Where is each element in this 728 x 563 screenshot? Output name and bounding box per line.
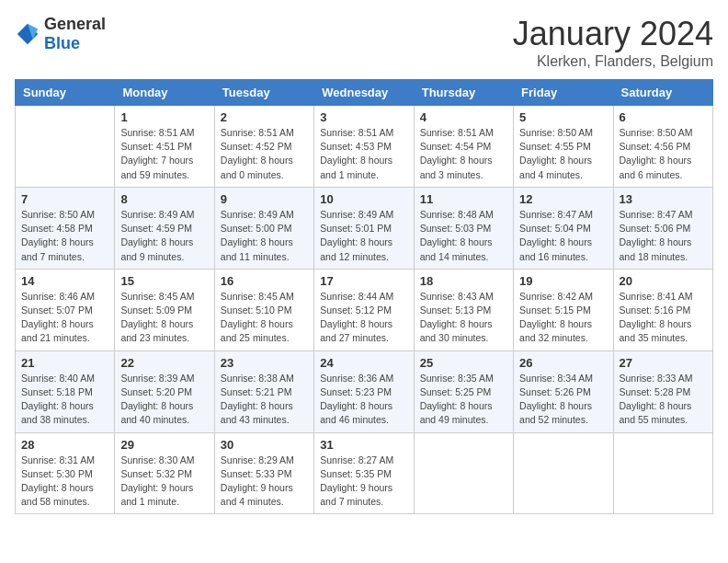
day-info: Sunrise: 8:33 AMSunset: 5:28 PMDaylight:… bbox=[620, 372, 707, 428]
calendar-cell bbox=[16, 106, 115, 188]
weekday-header: Wednesday bbox=[314, 80, 414, 106]
day-info: Sunrise: 8:46 AMSunset: 5:07 PMDaylight:… bbox=[21, 290, 108, 346]
title-block: January 2024 Klerken, Flanders, Belgium bbox=[513, 15, 713, 70]
calendar-week-row: 14Sunrise: 8:46 AMSunset: 5:07 PMDayligh… bbox=[16, 269, 713, 350]
calendar-header-row: SundayMondayTuesdayWednesdayThursdayFrid… bbox=[16, 80, 713, 106]
calendar-cell: 15Sunrise: 8:45 AMSunset: 5:09 PMDayligh… bbox=[115, 269, 214, 350]
day-info: Sunrise: 8:49 AMSunset: 5:01 PMDaylight:… bbox=[320, 208, 407, 264]
calendar-cell: 1Sunrise: 8:51 AMSunset: 4:51 PMDaylight… bbox=[115, 106, 214, 188]
day-number: 12 bbox=[519, 192, 607, 206]
day-info: Sunrise: 8:48 AMSunset: 5:03 PMDaylight:… bbox=[420, 208, 507, 264]
calendar-cell: 7Sunrise: 8:50 AMSunset: 4:58 PMDaylight… bbox=[16, 187, 115, 269]
day-info: Sunrise: 8:38 AMSunset: 5:21 PMDaylight:… bbox=[221, 372, 308, 428]
day-number: 27 bbox=[620, 356, 707, 370]
day-info: Sunrise: 8:47 AMSunset: 5:06 PMDaylight:… bbox=[620, 208, 707, 264]
day-info: Sunrise: 8:39 AMSunset: 5:20 PMDaylight:… bbox=[120, 372, 208, 428]
calendar-cell: 4Sunrise: 8:51 AMSunset: 4:54 PMDaylight… bbox=[414, 106, 513, 188]
calendar-cell: 12Sunrise: 8:47 AMSunset: 5:04 PMDayligh… bbox=[514, 187, 613, 269]
day-info: Sunrise: 8:35 AMSunset: 5:25 PMDaylight:… bbox=[420, 372, 507, 428]
day-number: 1 bbox=[120, 110, 208, 124]
day-number: 15 bbox=[120, 274, 208, 288]
calendar-cell: 25Sunrise: 8:35 AMSunset: 5:25 PMDayligh… bbox=[414, 350, 513, 432]
logo-icon bbox=[15, 21, 40, 47]
calendar-cell: 14Sunrise: 8:46 AMSunset: 5:07 PMDayligh… bbox=[16, 269, 115, 350]
day-info: Sunrise: 8:49 AMSunset: 4:59 PMDaylight:… bbox=[120, 208, 208, 264]
day-number: 20 bbox=[620, 274, 707, 288]
day-number: 30 bbox=[221, 438, 308, 452]
day-info: Sunrise: 8:45 AMSunset: 5:09 PMDaylight:… bbox=[120, 290, 208, 346]
calendar-cell: 19Sunrise: 8:42 AMSunset: 5:15 PMDayligh… bbox=[514, 269, 613, 350]
weekday-header: Sunday bbox=[16, 80, 115, 106]
day-number: 16 bbox=[221, 274, 308, 288]
calendar-cell: 30Sunrise: 8:29 AMSunset: 5:33 PMDayligh… bbox=[214, 432, 313, 514]
logo-text: General Blue bbox=[44, 15, 106, 53]
calendar-cell: 2Sunrise: 8:51 AMSunset: 4:52 PMDaylight… bbox=[214, 106, 313, 188]
day-info: Sunrise: 8:49 AMSunset: 5:00 PMDaylight:… bbox=[221, 208, 308, 264]
calendar-cell: 28Sunrise: 8:31 AMSunset: 5:30 PMDayligh… bbox=[16, 432, 115, 514]
weekday-header: Tuesday bbox=[214, 80, 313, 106]
day-info: Sunrise: 8:50 AMSunset: 4:55 PMDaylight:… bbox=[519, 126, 607, 182]
day-number: 8 bbox=[120, 192, 208, 206]
day-info: Sunrise: 8:43 AMSunset: 5:13 PMDaylight:… bbox=[420, 290, 507, 346]
day-number: 14 bbox=[21, 274, 108, 288]
calendar-cell: 23Sunrise: 8:38 AMSunset: 5:21 PMDayligh… bbox=[214, 350, 313, 432]
day-info: Sunrise: 8:40 AMSunset: 5:18 PMDaylight:… bbox=[21, 372, 108, 428]
day-number: 23 bbox=[221, 356, 308, 370]
day-info: Sunrise: 8:41 AMSunset: 5:16 PMDaylight:… bbox=[620, 290, 707, 346]
calendar-cell: 18Sunrise: 8:43 AMSunset: 5:13 PMDayligh… bbox=[414, 269, 513, 350]
calendar-cell: 31Sunrise: 8:27 AMSunset: 5:35 PMDayligh… bbox=[314, 432, 414, 514]
weekday-header: Monday bbox=[115, 80, 214, 106]
calendar-cell: 10Sunrise: 8:49 AMSunset: 5:01 PMDayligh… bbox=[314, 187, 414, 269]
calendar-cell: 20Sunrise: 8:41 AMSunset: 5:16 PMDayligh… bbox=[613, 269, 712, 350]
calendar-week-row: 7Sunrise: 8:50 AMSunset: 4:58 PMDaylight… bbox=[16, 187, 713, 269]
day-info: Sunrise: 8:31 AMSunset: 5:30 PMDaylight:… bbox=[21, 454, 108, 510]
calendar-cell: 24Sunrise: 8:36 AMSunset: 5:23 PMDayligh… bbox=[314, 350, 414, 432]
logo-blue: Blue bbox=[44, 34, 80, 52]
weekday-header: Thursday bbox=[414, 80, 513, 106]
calendar-cell: 26Sunrise: 8:34 AMSunset: 5:26 PMDayligh… bbox=[514, 350, 613, 432]
day-number: 4 bbox=[420, 110, 507, 124]
day-number: 21 bbox=[21, 356, 108, 370]
day-number: 18 bbox=[420, 274, 507, 288]
calendar-cell: 13Sunrise: 8:47 AMSunset: 5:06 PMDayligh… bbox=[613, 187, 712, 269]
logo-general: General bbox=[44, 15, 106, 33]
day-info: Sunrise: 8:50 AMSunset: 4:58 PMDaylight:… bbox=[21, 208, 108, 264]
day-info: Sunrise: 8:34 AMSunset: 5:26 PMDaylight:… bbox=[519, 372, 607, 428]
calendar-cell bbox=[613, 432, 712, 514]
calendar-cell: 27Sunrise: 8:33 AMSunset: 5:28 PMDayligh… bbox=[613, 350, 712, 432]
calendar-cell bbox=[514, 432, 613, 514]
calendar-week-row: 21Sunrise: 8:40 AMSunset: 5:18 PMDayligh… bbox=[16, 350, 713, 432]
day-number: 29 bbox=[120, 438, 208, 452]
calendar-cell: 5Sunrise: 8:50 AMSunset: 4:55 PMDaylight… bbox=[514, 106, 613, 188]
weekday-header: Friday bbox=[514, 80, 613, 106]
day-info: Sunrise: 8:29 AMSunset: 5:33 PMDaylight:… bbox=[221, 454, 308, 510]
day-number: 13 bbox=[620, 192, 707, 206]
weekday-header: Saturday bbox=[613, 80, 712, 106]
calendar-cell: 6Sunrise: 8:50 AMSunset: 4:56 PMDaylight… bbox=[613, 106, 712, 188]
logo: General Blue bbox=[15, 15, 106, 53]
calendar-cell: 21Sunrise: 8:40 AMSunset: 5:18 PMDayligh… bbox=[16, 350, 115, 432]
calendar-cell: 29Sunrise: 8:30 AMSunset: 5:32 PMDayligh… bbox=[115, 432, 214, 514]
day-number: 25 bbox=[420, 356, 507, 370]
day-info: Sunrise: 8:36 AMSunset: 5:23 PMDaylight:… bbox=[320, 372, 407, 428]
calendar-cell: 8Sunrise: 8:49 AMSunset: 4:59 PMDaylight… bbox=[115, 187, 214, 269]
day-info: Sunrise: 8:51 AMSunset: 4:51 PMDaylight:… bbox=[120, 126, 208, 182]
day-number: 10 bbox=[320, 192, 407, 206]
day-number: 3 bbox=[320, 110, 407, 124]
day-number: 7 bbox=[21, 192, 108, 206]
day-info: Sunrise: 8:51 AMSunset: 4:52 PMDaylight:… bbox=[221, 126, 308, 182]
day-info: Sunrise: 8:27 AMSunset: 5:35 PMDaylight:… bbox=[320, 454, 407, 510]
day-number: 28 bbox=[21, 438, 108, 452]
day-info: Sunrise: 8:42 AMSunset: 5:15 PMDaylight:… bbox=[519, 290, 607, 346]
calendar-week-row: 1Sunrise: 8:51 AMSunset: 4:51 PMDaylight… bbox=[16, 106, 713, 188]
calendar-cell: 17Sunrise: 8:44 AMSunset: 5:12 PMDayligh… bbox=[314, 269, 414, 350]
day-info: Sunrise: 8:51 AMSunset: 4:53 PMDaylight:… bbox=[320, 126, 407, 182]
day-number: 31 bbox=[320, 438, 407, 452]
day-number: 2 bbox=[221, 110, 308, 124]
day-info: Sunrise: 8:30 AMSunset: 5:32 PMDaylight:… bbox=[120, 454, 208, 510]
day-info: Sunrise: 8:51 AMSunset: 4:54 PMDaylight:… bbox=[420, 126, 507, 182]
month-title: January 2024 bbox=[513, 15, 713, 53]
calendar-cell: 16Sunrise: 8:45 AMSunset: 5:10 PMDayligh… bbox=[214, 269, 313, 350]
page-header: General Blue January 2024 Klerken, Fland… bbox=[15, 15, 713, 70]
day-number: 9 bbox=[221, 192, 308, 206]
